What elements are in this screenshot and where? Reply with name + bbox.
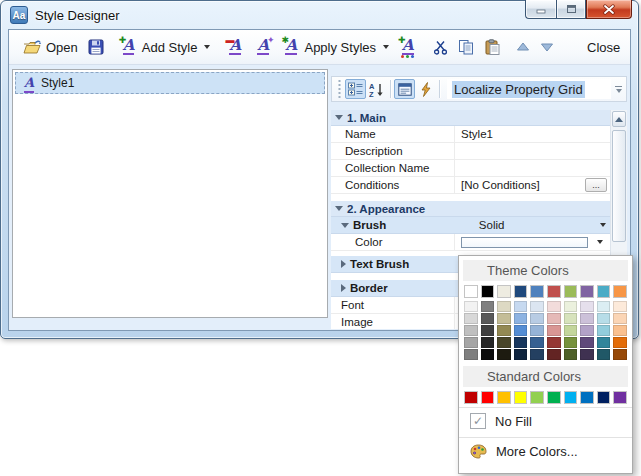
pg-toolbar-grip[interactable]	[337, 80, 342, 98]
theme-color-swatch[interactable]	[613, 285, 627, 298]
cut-button[interactable]	[428, 37, 453, 58]
standard-color-swatch[interactable]	[514, 391, 528, 404]
style-list-item-selected[interactable]: A Style1	[15, 72, 325, 94]
theme-variant-swatch[interactable]	[514, 313, 528, 324]
open-button[interactable]: Open	[18, 36, 83, 58]
theme-variant-swatch[interactable]	[613, 325, 627, 336]
no-fill-checkbox[interactable]: ✓	[470, 413, 486, 429]
color-swatch-preview[interactable]	[461, 237, 588, 248]
theme-variant-swatch[interactable]	[597, 301, 611, 312]
theme-color-swatch[interactable]	[497, 285, 511, 298]
standard-color-swatch[interactable]	[481, 391, 495, 404]
theme-variant-swatch[interactable]	[481, 337, 495, 348]
theme-variant-swatch[interactable]	[464, 337, 478, 348]
theme-variant-swatch[interactable]	[514, 349, 528, 360]
theme-variant-swatch[interactable]	[481, 301, 495, 312]
theme-color-swatch[interactable]	[547, 285, 561, 298]
theme-variant-swatch[interactable]	[580, 325, 594, 336]
close-dialog-button[interactable]: Close	[565, 37, 641, 58]
theme-color-swatch[interactable]	[464, 285, 478, 298]
category-main[interactable]: 1. Main	[331, 110, 610, 126]
theme-color-swatch[interactable]	[580, 285, 594, 298]
alphabetical-sort-button[interactable]: A Z	[366, 79, 387, 99]
standard-color-swatch[interactable]	[547, 391, 561, 404]
theme-variant-swatch[interactable]	[497, 313, 511, 324]
theme-variant-swatch[interactable]	[530, 337, 544, 348]
theme-variant-swatch[interactable]	[613, 349, 627, 360]
style-list[interactable]: A Style1	[12, 69, 328, 318]
row-name[interactable]: Name Style1	[331, 126, 610, 143]
theme-variant-swatch[interactable]	[564, 337, 578, 348]
copy-button[interactable]	[453, 36, 479, 58]
maximize-button[interactable]	[556, 0, 586, 19]
move-down-button[interactable]	[535, 38, 559, 56]
theme-color-swatch[interactable]	[597, 285, 611, 298]
theme-variant-swatch[interactable]	[497, 301, 511, 312]
theme-variant-swatch[interactable]	[597, 337, 611, 348]
theme-variant-swatch[interactable]	[580, 349, 594, 360]
theme-variant-swatch[interactable]	[497, 337, 511, 348]
standard-color-swatch[interactable]	[613, 391, 627, 404]
theme-variant-swatch[interactable]	[564, 313, 578, 324]
collection-name-value[interactable]	[455, 160, 610, 176]
standard-color-swatch[interactable]	[580, 391, 594, 404]
name-value[interactable]: Style1	[455, 126, 610, 142]
row-conditions[interactable]: Conditions [No Conditions] ...	[331, 177, 610, 194]
close-button[interactable]	[586, 0, 632, 19]
properties-view-button[interactable]	[394, 79, 415, 99]
remove-style-button[interactable]: ▬A	[221, 36, 249, 58]
theme-variant-swatch[interactable]	[481, 313, 495, 324]
row-collection-name[interactable]: Collection Name	[331, 160, 610, 177]
theme-variant-swatch[interactable]	[514, 325, 528, 336]
category-appearance[interactable]: 2. Appearance	[331, 201, 610, 217]
theme-variant-swatch[interactable]	[530, 349, 544, 360]
theme-variant-swatch[interactable]	[481, 349, 495, 360]
save-button[interactable]	[83, 36, 109, 58]
standard-color-swatch[interactable]	[497, 391, 511, 404]
theme-variant-swatch[interactable]	[564, 325, 578, 336]
new-style-collection-button[interactable]: ✚A	[394, 36, 422, 58]
standard-color-swatch[interactable]	[464, 391, 478, 404]
minimize-button[interactable]	[525, 0, 556, 19]
theme-variant-swatch[interactable]	[597, 349, 611, 360]
theme-variant-swatch[interactable]	[547, 337, 561, 348]
scrollbar-thumb[interactable]	[612, 130, 626, 242]
color-value[interactable]	[455, 234, 610, 250]
titlebar[interactable]: Aa Style Designer	[1, 1, 638, 29]
theme-variant-swatch[interactable]	[597, 325, 611, 336]
edit-style-button[interactable]: ✦A	[249, 36, 277, 58]
theme-color-swatch[interactable]	[564, 285, 578, 298]
theme-variant-swatch[interactable]	[613, 337, 627, 348]
events-view-button[interactable]	[415, 79, 436, 99]
theme-variant-swatch[interactable]	[530, 325, 544, 336]
standard-color-swatch[interactable]	[597, 391, 611, 404]
description-value[interactable]	[455, 143, 610, 159]
more-colors-option[interactable]: More Colors...	[463, 438, 628, 464]
brush-dropdown-icon[interactable]	[600, 223, 606, 227]
theme-variant-swatch[interactable]	[464, 349, 478, 360]
theme-variant-swatch[interactable]	[564, 301, 578, 312]
theme-variant-swatch[interactable]	[514, 301, 528, 312]
theme-variant-swatch[interactable]	[547, 313, 561, 324]
row-brush[interactable]: Brush Solid	[331, 217, 610, 234]
paste-button[interactable]	[479, 36, 505, 58]
theme-variant-swatch[interactable]	[530, 313, 544, 324]
color-dropdown-icon[interactable]	[597, 240, 603, 244]
add-style-button[interactable]: ✚A Add Style	[115, 36, 216, 58]
theme-variant-swatch[interactable]	[613, 313, 627, 324]
theme-variant-swatch[interactable]	[580, 337, 594, 348]
move-up-button[interactable]	[511, 38, 535, 56]
theme-variant-swatch[interactable]	[530, 301, 544, 312]
theme-variant-swatch[interactable]	[514, 337, 528, 348]
theme-variant-swatch[interactable]	[547, 349, 561, 360]
theme-variant-swatch[interactable]	[464, 325, 478, 336]
theme-variant-swatch[interactable]	[580, 313, 594, 324]
localize-filter-field[interactable]: Localize Property Grid	[447, 79, 611, 99]
theme-variant-swatch[interactable]	[597, 313, 611, 324]
theme-variant-swatch[interactable]	[464, 313, 478, 324]
theme-variant-swatch[interactable]	[564, 349, 578, 360]
theme-variant-swatch[interactable]	[497, 325, 511, 336]
theme-variant-swatch[interactable]	[481, 325, 495, 336]
row-description[interactable]: Description	[331, 143, 610, 160]
scroll-up-button[interactable]	[612, 111, 626, 127]
